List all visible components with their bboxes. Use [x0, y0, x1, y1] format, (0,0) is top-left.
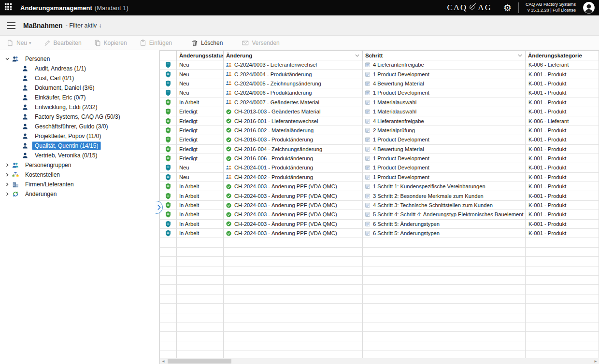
cell-step: 6 Schritt 5: Änderungstypen: [363, 229, 526, 238]
user-avatar[interactable]: [583, 1, 595, 14]
table-row[interactable]: In ArbeitCH-2024-003 - Änderung PPF (VDA…: [160, 201, 599, 210]
chevron-right-icon[interactable]: [5, 172, 12, 177]
table-row-empty: [160, 294, 599, 304]
table-row[interactable]: In ArbeitCH-2024-003 - Änderung PPF (VDA…: [160, 220, 599, 229]
table-row[interactable]: In ArbeitCH-2024-003 - Änderung PPF (VDA…: [160, 229, 599, 238]
new-button[interactable]: Neu▾: [7, 40, 31, 46]
table-row[interactable]: ErledigtCH-2016-002 - Materialänderung2 …: [160, 126, 599, 135]
horizontal-scrollbar[interactable]: ◄ ►: [160, 358, 599, 364]
paste-label: Einfügen: [149, 40, 172, 46]
table-row[interactable]: NeuCH-2024-001 - Produktänderung1 Produc…: [160, 163, 599, 172]
cell-step: 1 Product Development: [363, 135, 526, 144]
status-shield-icon: [165, 146, 171, 153]
column-header-schritt[interactable]: Schritt: [363, 51, 526, 60]
edit-button[interactable]: Bearbeiten: [44, 40, 82, 46]
sidebar-item-audit-andreas-1-1[interactable]: Audit, Andreas (1/1): [0, 64, 159, 73]
sidebar-group-personengruppen[interactable]: Personengruppen: [0, 160, 159, 170]
cell-category: K-001 - Produkt: [526, 135, 599, 144]
step-icon: [365, 165, 371, 170]
cell-status-icon: [160, 135, 177, 144]
column-header-status-icon[interactable]: [160, 51, 177, 60]
send-button[interactable]: Versenden: [242, 40, 279, 46]
change-type-icon: [226, 202, 232, 209]
filter-arrow-icon[interactable]: ↓: [99, 22, 101, 29]
table-row[interactable]: NeuCH-2024-002 - Produktänderung1 Produc…: [160, 173, 599, 182]
column-header-aenderung[interactable]: Änderung: [224, 51, 363, 60]
scroll-left-arrow[interactable]: ◄: [160, 359, 167, 364]
person-icon: [22, 123, 29, 130]
cell-step: 2 Materialprüfung: [363, 126, 526, 135]
sidebar-group-personen[interactable]: Personen: [0, 54, 159, 64]
cell-status: Erledigt: [177, 135, 224, 144]
sidebar-item-einkäufer-eric-0-7[interactable]: Einkäufer, Eric (0/7): [0, 93, 159, 102]
sidebar-item-cust-carl-0-1[interactable]: Cust, Carl (0/1): [0, 73, 159, 83]
sidebar-item-factory-systems-caq-ag-50-3[interactable]: Factory Systems, CAQ AG (50/3): [0, 112, 159, 122]
cell-category: K-001 - Produkt: [526, 182, 599, 191]
cell-status: In Arbeit: [177, 210, 224, 219]
table-row-empty: [160, 257, 599, 266]
status-shield-icon: [165, 211, 171, 218]
cell-change: CH-2016-003 - Produktänderung: [224, 135, 363, 144]
tree-item-label: Projektleiter, Popov (11/0): [32, 132, 104, 140]
delete-button[interactable]: Löschen: [191, 40, 223, 46]
column-header-aenderungskategorie[interactable]: Änderungskategorie: [526, 51, 599, 60]
scrollbar-track[interactable]: [167, 358, 592, 364]
table-row[interactable]: ErledigtCH-2016-003 - Produktänderung1 P…: [160, 135, 599, 144]
paste-button[interactable]: Einfügen: [140, 40, 172, 46]
chevron-right-icon[interactable]: [5, 182, 12, 187]
person-icon: [22, 142, 29, 149]
sidebar-item-projektleiter-popov-11-0[interactable]: Projektleiter, Popov (11/0): [0, 131, 159, 141]
step-icon: [365, 127, 371, 133]
filter-status-label[interactable]: - Filter aktiv: [66, 22, 97, 29]
copy-icon: [94, 40, 101, 46]
table-row[interactable]: NeuC-2024/0003 - Lieferantenwechsel4 Lie…: [160, 60, 599, 70]
title-bar: Änderungsmanagement (Mandant 1) CAQ AG ⚙…: [0, 0, 599, 15]
table-row[interactable]: In ArbeitC-2024/0007 - Geändertes Materi…: [160, 98, 599, 107]
cell-status-icon: [160, 220, 177, 229]
app-launcher-button[interactable]: [0, 0, 16, 15]
cell-step: 1 Schritt 1: Kundenspezifische Vereinbar…: [363, 182, 526, 191]
menu-hamburger-icon[interactable]: [0, 22, 18, 29]
cell-status: Erledigt: [177, 145, 224, 154]
table-row[interactable]: ErledigtCH-2016-001 - Lieferantenwechsel…: [160, 116, 599, 126]
table-row[interactable]: ErledigtCH-2016-004 - Zeichnungsänderung…: [160, 145, 599, 154]
scroll-right-arrow[interactable]: ►: [592, 359, 599, 364]
cell-status-icon: [160, 116, 177, 126]
table-row-empty: [160, 266, 599, 276]
cell-change: CH-2024-002 - Produktänderung: [224, 173, 363, 182]
sidebar-group-änderungen[interactable]: Änderungen: [0, 189, 159, 199]
cell-status-icon: [160, 154, 177, 163]
sidebar-group-kostenstellen[interactable]: Kostenstellen: [0, 170, 159, 180]
table-row[interactable]: ErledigtCH-2016-006 - Produktänderung1 P…: [160, 154, 599, 163]
copy-button[interactable]: Kopieren: [94, 40, 127, 46]
chevron-right-icon[interactable]: [5, 192, 12, 196]
table-row[interactable]: NeuC-2024/0006 - Produktänderung1 Produc…: [160, 88, 599, 98]
table-row[interactable]: ErledigtCH-2013-003 - Geändertes Materia…: [160, 107, 599, 116]
tree-item-label: Einkäufer, Eric (0/7): [32, 93, 88, 102]
cell-category: K-001 - Produkt: [526, 79, 599, 88]
column-header-aenderungsstatus[interactable]: Änderungsstatus: [177, 51, 224, 60]
cell-change: CH-2024-003 - Änderung PPF (VDA QMC): [224, 220, 363, 229]
person-icon: [22, 113, 29, 120]
sidebar-item-vertrieb-veronika-0-15[interactable]: Vertrieb, Veronika (0/15): [0, 151, 159, 160]
scrollbar-thumb[interactable]: [168, 359, 231, 364]
settings-gear-icon[interactable]: ⚙: [503, 3, 512, 13]
cell-step: 1 Materialauswahl: [363, 98, 526, 107]
edit-label: Bearbeiten: [54, 40, 82, 46]
sidebar-item-entwicklung-eddi-2-32[interactable]: Entwicklung, Eddi (2/32): [0, 102, 159, 112]
table-row[interactable]: In ArbeitCH-2024-003 - Änderung PPF (VDA…: [160, 191, 599, 200]
table-row[interactable]: NeuC-2024/0005 - Zeichnungsänderung4 Bew…: [160, 79, 599, 88]
table-row[interactable]: In ArbeitCH-2024-003 - Änderung PPF (VDA…: [160, 210, 599, 219]
chevron-right-icon[interactable]: [5, 163, 12, 168]
people-group-icon: [12, 162, 20, 168]
sidebar-item-dokument-daniel-3-6[interactable]: Dokument, Daniel (3/6): [0, 83, 159, 93]
sidebar-group-firmen-lieferanten[interactable]: Firmen/Lieferanten: [0, 180, 159, 189]
step-icon: [365, 230, 371, 236]
table-row-empty: [160, 238, 599, 247]
sidebar-item-geschäftsführer-guido-3-0[interactable]: Geschäftsführer, Guido (3/0): [0, 122, 159, 131]
chevron-down-icon[interactable]: [5, 56, 12, 61]
sidebar-item-qualität-quentin-14-15[interactable]: Qualität, Quentin (14/15): [0, 141, 159, 151]
status-shield-icon: [165, 202, 171, 209]
table-row[interactable]: In ArbeitCH-2024-003 - Änderung PPF (VDA…: [160, 182, 599, 191]
table-row[interactable]: NeuC-2024/0004 - Produktänderung1 Produc…: [160, 70, 599, 79]
